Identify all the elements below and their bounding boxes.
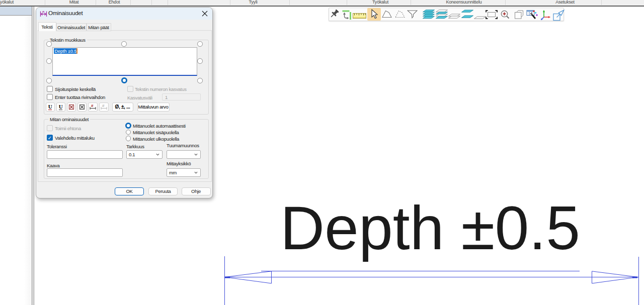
svg-text:#: #	[91, 104, 94, 108]
svg-text:n: n	[42, 10, 44, 14]
svg-text:#: #	[102, 104, 105, 108]
